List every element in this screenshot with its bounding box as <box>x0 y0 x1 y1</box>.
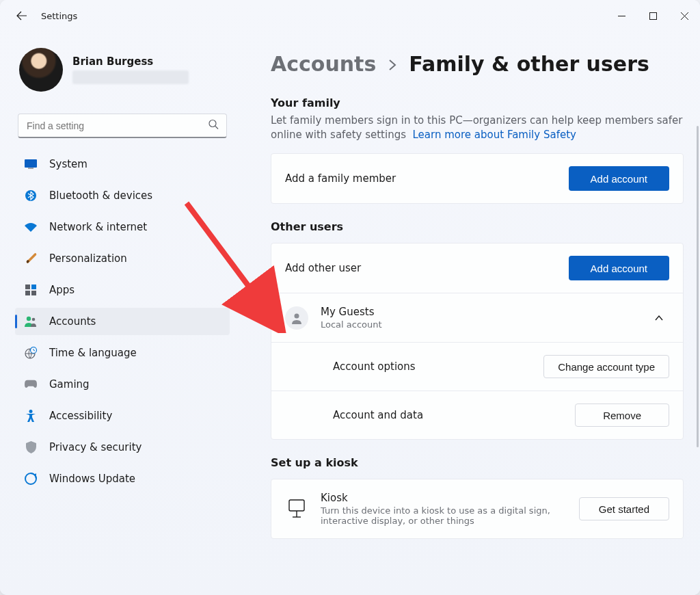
svg-rect-7 <box>28 168 33 169</box>
update-icon <box>25 473 37 485</box>
svg-rect-12 <box>31 291 36 295</box>
kiosk-get-started-button[interactable]: Get started <box>579 497 669 520</box>
sidebar-item-label: Gaming <box>49 378 220 391</box>
svg-rect-6 <box>25 159 37 168</box>
nav: System Bluetooth & devices Network & int… <box>15 150 230 492</box>
wifi-icon <box>25 221 37 233</box>
add-family-account-button[interactable]: Add account <box>569 166 669 191</box>
page-title: Family & other users <box>409 52 649 76</box>
titlebar: Settings <box>0 0 700 31</box>
svg-point-19 <box>295 313 299 318</box>
remove-account-button[interactable]: Remove <box>575 404 669 427</box>
sidebar: Brian Burgess System <box>0 31 238 595</box>
kiosk-name: Kiosk <box>321 492 567 504</box>
sidebar-item-label: Network & internet <box>49 221 220 233</box>
guest-user-name: My Guests <box>321 306 382 318</box>
kiosk-section-title: Set up a kiosk <box>271 456 684 469</box>
svg-rect-11 <box>25 291 30 295</box>
settings-window: Settings Brian Burgess <box>0 0 700 595</box>
other-users-card: Add other user Add account My Guests Loc… <box>271 243 684 440</box>
maximize-button[interactable] <box>637 3 669 28</box>
sidebar-item-bluetooth[interactable]: Bluetooth & devices <box>15 182 230 209</box>
family-section-desc: Let family members sign in to this PC—or… <box>271 114 684 142</box>
user-icon <box>285 306 308 330</box>
shield-icon <box>25 441 37 453</box>
sidebar-item-label: Apps <box>49 284 220 296</box>
system-icon <box>25 158 37 170</box>
svg-point-17 <box>29 410 33 413</box>
sidebar-item-label: Bluetooth & devices <box>49 189 220 202</box>
profile-block[interactable]: Brian Burgess <box>15 44 230 103</box>
sidebar-item-windows-update[interactable]: Windows Update <box>15 465 230 492</box>
close-button[interactable] <box>669 3 700 28</box>
search-icon <box>208 120 219 133</box>
sidebar-item-label: Accessibility <box>49 410 220 422</box>
kiosk-desc: Turn this device into a kiosk to use as … <box>321 505 567 526</box>
sidebar-item-personalization[interactable]: Personalization <box>15 245 230 272</box>
back-button[interactable] <box>15 9 29 23</box>
sidebar-item-label: System <box>49 158 220 170</box>
sidebar-item-system[interactable]: System <box>15 150 230 178</box>
breadcrumb-parent[interactable]: Accounts <box>271 52 376 76</box>
chevron-up-icon[interactable] <box>649 308 669 327</box>
svg-rect-1 <box>649 12 656 19</box>
kiosk-icon <box>285 497 308 520</box>
family-section-title: Your family <box>271 96 684 109</box>
sidebar-item-network[interactable]: Network & internet <box>15 213 230 241</box>
svg-point-4 <box>209 120 216 127</box>
account-data-label: Account and data <box>333 409 423 421</box>
window-controls <box>606 3 700 28</box>
gaming-icon <box>25 378 37 391</box>
minimize-button[interactable] <box>606 3 637 28</box>
sidebar-item-gaming[interactable]: Gaming <box>15 371 230 398</box>
account-options-label: Account options <box>333 360 416 373</box>
svg-rect-10 <box>31 285 36 289</box>
sidebar-item-label: Time & language <box>49 347 220 359</box>
avatar <box>19 48 63 92</box>
sidebar-item-label: Accounts <box>49 315 220 328</box>
guest-user-row[interactable]: My Guests Local account <box>271 293 683 342</box>
sidebar-item-label: Personalization <box>49 252 220 265</box>
search-input[interactable] <box>18 114 227 138</box>
main-content: Accounts Family & other users Your famil… <box>238 31 700 595</box>
apps-icon <box>25 284 37 296</box>
accounts-icon <box>25 315 37 328</box>
add-family-label: Add a family member <box>285 172 396 185</box>
other-users-section-title: Other users <box>271 220 684 233</box>
sidebar-item-label: Privacy & security <box>49 441 220 453</box>
sidebar-item-apps[interactable]: Apps <box>15 276 230 304</box>
svg-point-14 <box>32 318 36 321</box>
scrollbar[interactable] <box>697 126 699 447</box>
kiosk-card: Kiosk Turn this device into a kiosk to u… <box>271 479 684 539</box>
brush-icon <box>25 252 37 265</box>
sidebar-item-time-language[interactable]: Time & language <box>15 339 230 367</box>
svg-rect-9 <box>25 285 30 289</box>
svg-rect-20 <box>289 500 304 511</box>
chevron-right-icon <box>388 57 396 75</box>
bluetooth-icon <box>25 189 37 202</box>
globe-clock-icon <box>25 347 37 359</box>
sidebar-item-privacy[interactable]: Privacy & security <box>15 434 230 461</box>
sidebar-item-label: Windows Update <box>49 473 220 485</box>
add-other-account-button[interactable]: Add account <box>569 256 669 280</box>
profile-name: Brian Burgess <box>72 55 189 68</box>
guest-user-type: Local account <box>321 319 382 330</box>
sidebar-item-accessibility[interactable]: Accessibility <box>15 402 230 429</box>
svg-point-13 <box>27 317 31 321</box>
change-account-type-button[interactable]: Change account type <box>543 355 669 378</box>
svg-line-5 <box>215 127 218 129</box>
breadcrumb: Accounts Family & other users <box>271 52 684 76</box>
add-other-user-label: Add other user <box>285 262 361 274</box>
add-family-card: Add a family member Add account <box>271 153 684 204</box>
profile-email-redacted <box>72 70 189 84</box>
accessibility-icon <box>25 410 37 422</box>
app-title: Settings <box>41 11 77 21</box>
family-safety-link[interactable]: Learn more about Family Safety <box>413 129 576 141</box>
sidebar-item-accounts[interactable]: Accounts <box>15 308 230 335</box>
